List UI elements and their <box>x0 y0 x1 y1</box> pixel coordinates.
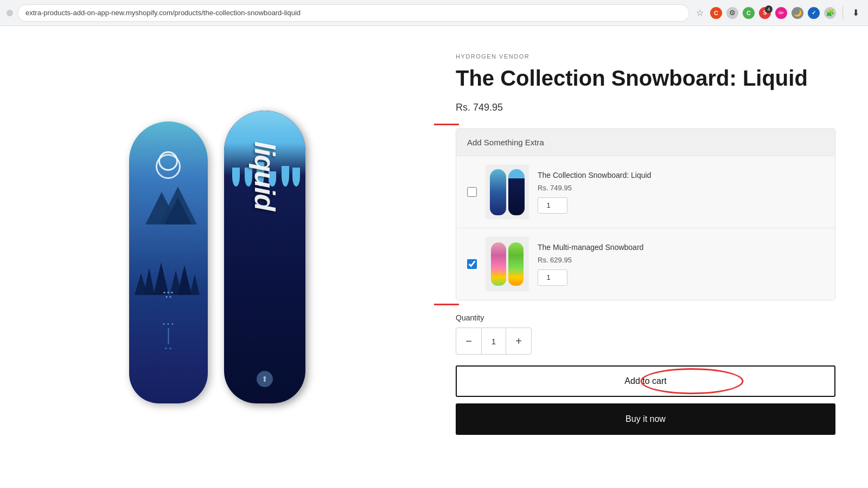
ext-icon-5[interactable]: ✏ <box>775 7 787 19</box>
add-extra-header: Add Something Extra <box>456 129 835 156</box>
reflection-dots <box>164 292 173 298</box>
browser-chrome: extra-products-add-on-app-new.myshopify.… <box>0 0 868 26</box>
extra-item-2-name: The Multi-managed Snowboard <box>538 242 824 252</box>
quantity-label: Quantity <box>456 313 835 322</box>
ext-icon-7[interactable]: ✓ <box>808 7 820 19</box>
quantity-decrease-button[interactable]: − <box>456 328 481 354</box>
product-title: The Collection Snowboard: Liquid <box>456 65 835 91</box>
address-bar[interactable]: extra-products-add-on-app-new.myshopify.… <box>17 4 690 22</box>
drip-6 <box>292 168 300 187</box>
buy-now-label: Buy it now <box>626 414 666 423</box>
extra-item-2: The Multi-managed Snowboard Rs. 629.95 <box>456 228 835 300</box>
extra-item-2-price: Rs. 629.95 <box>538 256 824 264</box>
mini-snowboard-2a <box>491 242 506 286</box>
extra-item-1: The Collection Snowboard: Liquid Rs. 749… <box>456 156 835 228</box>
url-text: extra-products-add-on-app-new.myshopify.… <box>25 9 301 17</box>
ext-icon-4[interactable]: S 4 <box>759 7 771 19</box>
page-content: liquid ⬆ HYDROGEN VENDOR The Collection … <box>0 26 868 488</box>
quantity-controls: − 1 + <box>456 328 532 355</box>
product-price: Rs. 749.95 <box>456 102 835 113</box>
ext-icon-puzzle[interactable]: 🧩 <box>824 7 836 19</box>
add-extra-widget: Add Something Extra The Collection Snowb… <box>456 129 835 300</box>
drip-1 <box>232 168 240 187</box>
mini-snowboard-2b <box>508 242 524 286</box>
moon-decoration <box>158 151 178 171</box>
quantity-value: 1 <box>481 328 506 354</box>
mini-snowboard-1a <box>490 169 506 215</box>
snowboard-image-1 <box>129 121 208 403</box>
red-bracket-annotation <box>434 124 459 305</box>
snowboard-image-2: liquid ⬆ <box>224 111 305 403</box>
extra-item-1-checkbox[interactable] <box>467 187 477 197</box>
quantity-increase-button[interactable]: + <box>506 328 531 354</box>
snowboard-images: liquid ⬆ <box>129 111 305 403</box>
divider <box>843 7 843 20</box>
download-icon[interactable]: ⬇ <box>850 7 861 19</box>
extra-item-1-image <box>486 165 529 219</box>
bookmark-icon[interactable]: ☆ <box>696 8 704 18</box>
buy-now-button[interactable]: Buy it now <box>456 403 835 435</box>
ext-icon-6[interactable]: 🌙 <box>792 7 803 19</box>
extra-item-2-checkbox[interactable] <box>467 259 477 269</box>
ext-icon-2[interactable]: ⚙ <box>726 7 738 19</box>
brand-logo: ⬆ <box>257 371 273 387</box>
bottom-pattern <box>163 323 174 349</box>
extra-item-2-image <box>486 237 529 291</box>
browser-extension-icons: C ⚙ C S 4 ✏ 🌙 ✓ 🧩 ⬇ <box>710 7 861 20</box>
extra-item-2-details: The Multi-managed Snowboard Rs. 629.95 <box>538 242 824 285</box>
product-image-area: liquid ⬆ <box>0 26 434 488</box>
mini-snowboard-1b <box>508 169 525 215</box>
browser-dots <box>7 10 13 16</box>
add-to-cart-container: Add to cart <box>456 365 835 403</box>
drip-5 <box>282 166 289 187</box>
vendor-label: HYDROGEN VENDOR <box>456 53 835 60</box>
trees-decoration <box>132 197 205 295</box>
extra-item-1-details: The Collection Snowboard: Liquid Rs. 749… <box>538 170 824 213</box>
extra-item-2-qty[interactable] <box>538 269 567 286</box>
product-info-area: HYDROGEN VENDOR The Collection Snowboard… <box>434 26 868 488</box>
brand-text: liquid <box>248 142 281 210</box>
ext-icon-1[interactable]: C <box>710 7 722 19</box>
extra-item-1-name: The Collection Snowboard: Liquid <box>538 170 824 180</box>
extra-item-1-price: Rs. 749.95 <box>538 184 824 192</box>
add-to-cart-button[interactable]: Add to cart <box>456 365 835 397</box>
ext-icon-3[interactable]: C <box>743 7 755 19</box>
add-to-cart-label: Add to cart <box>624 376 666 386</box>
extra-item-1-qty[interactable] <box>538 197 567 214</box>
